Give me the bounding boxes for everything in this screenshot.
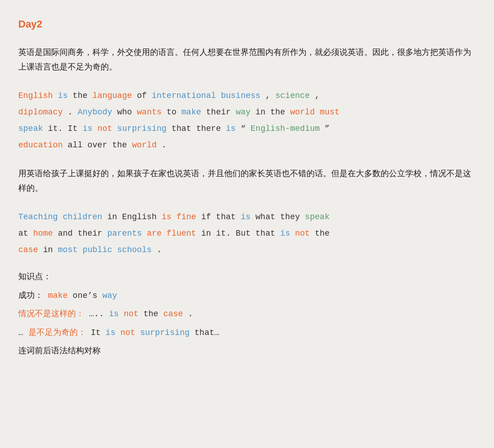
- english-word: in English: [107, 212, 161, 221]
- english-word: to: [166, 108, 181, 117]
- note-1: 成功： make one’s way: [18, 286, 476, 305]
- page-title: Day2: [18, 18, 476, 30]
- note-2-word: the: [144, 309, 163, 318]
- english-word: wants: [137, 108, 161, 117]
- english-word: is: [241, 212, 251, 221]
- english-word: .: [68, 108, 78, 117]
- english-word: English-medium: [251, 124, 320, 133]
- english-word: of: [137, 91, 151, 100]
- english-word: world: [290, 108, 315, 117]
- english-para-2: Teaching children in English is fine if …: [18, 209, 476, 258]
- english-word: ,: [265, 91, 275, 100]
- english-word: is: [280, 229, 290, 238]
- note-2-label: 情况不是这样的：: [18, 309, 84, 318]
- english-word: education: [18, 140, 63, 150]
- note-2-word: …..: [89, 309, 109, 318]
- english-word: business: [221, 91, 260, 100]
- english-word: that there: [172, 124, 226, 133]
- english-word: in the: [256, 108, 290, 117]
- english-word: speak: [18, 124, 43, 133]
- english-word: is fine: [161, 212, 196, 221]
- note-3-word: is: [106, 328, 116, 337]
- english-word: not: [97, 124, 112, 133]
- english-word: way: [236, 108, 250, 117]
- english-word: international: [152, 91, 216, 100]
- chinese-para-1: 英语是国际间商务，科学，外交使用的语言。任何人想要在世界范围内有所作为，就必须说…: [18, 45, 476, 75]
- english-word: the: [73, 91, 92, 100]
- english-word: their: [206, 108, 236, 117]
- note-3-word: surprising: [140, 328, 189, 337]
- note-3-word: It: [91, 328, 105, 337]
- english-word: science: [275, 91, 310, 100]
- english-word: is: [226, 124, 236, 133]
- note-1-word: one’s: [73, 291, 102, 300]
- english-word: the: [315, 229, 329, 238]
- note-4: 连词前后语法结构对称: [18, 342, 476, 360]
- english-word: Teaching children: [18, 212, 102, 221]
- english-word: home: [33, 229, 53, 238]
- english-word: parents: [107, 229, 142, 238]
- english-word: most public schools: [58, 245, 151, 254]
- english-word: ,: [315, 91, 320, 100]
- note-2-word: is: [109, 309, 119, 318]
- english-word: in it. But that: [201, 229, 280, 238]
- note-2-word: not: [124, 309, 138, 318]
- note-1-label: 成功：: [18, 291, 43, 300]
- note-2-word: .: [188, 309, 193, 318]
- note-3-label: 是不足为奇的：: [28, 328, 86, 337]
- english-word: is: [58, 91, 68, 100]
- note-3: … 是不足为奇的： It is not surprising that…: [18, 324, 476, 342]
- english-word: .: [156, 245, 161, 254]
- english-word: ”: [325, 124, 330, 133]
- english-para-1: English is the language of international…: [18, 87, 476, 153]
- english-word: Anybody: [78, 108, 113, 117]
- english-word: English: [18, 91, 53, 100]
- english-word: it. It: [48, 124, 83, 133]
- english-word: must: [320, 108, 339, 117]
- english-word: and their: [58, 229, 107, 238]
- english-word: is: [82, 124, 92, 133]
- notes-section: 知识点： 成功： make one’s way 情况不是这样的： ….. is …: [18, 271, 476, 360]
- english-word: what they: [256, 212, 305, 221]
- english-word: diplomacy: [18, 108, 63, 117]
- english-word: world: [132, 140, 156, 150]
- note-1-word: way: [102, 291, 117, 300]
- note-3-word: that…: [194, 328, 219, 337]
- english-word: “: [241, 124, 246, 133]
- english-word: speak: [305, 212, 330, 221]
- note-3-word: not: [120, 328, 135, 337]
- english-word: surprising: [117, 124, 166, 133]
- english-word: not: [295, 229, 310, 238]
- note-3-prefix: …: [18, 328, 28, 337]
- notes-title: 知识点：: [18, 271, 476, 282]
- english-word: at: [18, 229, 33, 238]
- note-1-word: make: [48, 291, 68, 300]
- english-word: .: [161, 140, 166, 150]
- english-word: if that: [201, 212, 241, 221]
- english-word: make: [182, 108, 201, 117]
- english-word: are fluent: [147, 229, 196, 238]
- note-2: 情况不是这样的： ….. is not the case .: [18, 305, 476, 324]
- english-word: who: [117, 108, 137, 117]
- english-word: all over the: [68, 140, 132, 150]
- chinese-para-2: 用英语给孩子上课挺好的，如果孩子在家也说英语，并且他们的家长英语也不错的话。但是…: [18, 166, 476, 196]
- note-2-word: case: [163, 309, 183, 318]
- english-word: case: [18, 245, 38, 254]
- english-word: language: [92, 91, 132, 100]
- english-word: in: [43, 245, 58, 254]
